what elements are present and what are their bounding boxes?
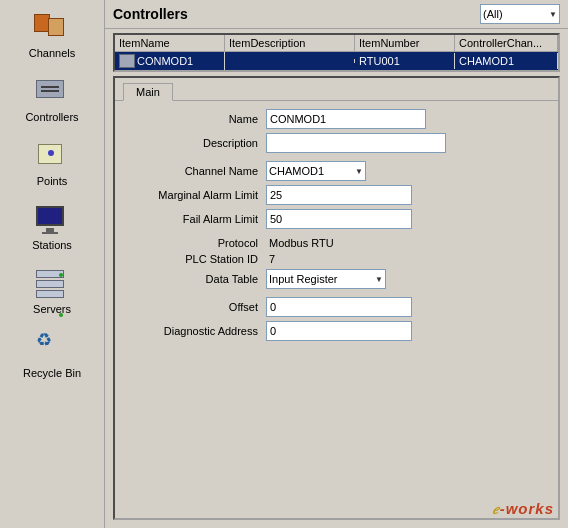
sidebar-item-recycle-bin[interactable]: ♻ Recycle Bin	[7, 324, 97, 386]
description-input[interactable]	[266, 133, 446, 153]
page-title: Controllers	[113, 6, 472, 22]
channel-name-label: Channel Name	[131, 165, 266, 177]
servers-icon	[32, 267, 72, 301]
col-header-number: ItemNumber	[355, 35, 455, 51]
table-row[interactable]: CONMOD1 RTU001 CHAMOD1	[115, 52, 558, 70]
sidebar-item-servers-label: Servers	[33, 303, 71, 315]
offset-label: Offset	[131, 301, 266, 313]
sidebar-item-channels-label: Channels	[29, 47, 75, 59]
sidebar-item-controllers-label: Controllers	[25, 111, 78, 123]
data-table-label: Data Table	[131, 273, 266, 285]
sidebar: Channels Controllers Points	[0, 0, 105, 528]
sidebar-item-stations-label: Stations	[32, 239, 72, 251]
sidebar-item-channels[interactable]: Channels	[7, 4, 97, 66]
recycle-bin-icon: ♻	[32, 331, 72, 365]
name-label: Name	[131, 113, 266, 125]
header: Controllers (All)	[105, 0, 568, 29]
fail-alarm-input[interactable]	[266, 209, 412, 229]
points-icon	[32, 139, 72, 173]
diagnostic-input[interactable]	[266, 321, 412, 341]
form-row-channel-name: Channel Name CHAMOD1	[131, 161, 542, 181]
row-channel-cell: CHAMOD1	[455, 53, 558, 69]
plc-station-label: PLC Station ID	[131, 253, 266, 265]
tab-main[interactable]: Main	[123, 83, 173, 101]
sidebar-item-stations[interactable]: Stations	[7, 196, 97, 258]
marginal-alarm-input[interactable]	[266, 185, 412, 205]
form-row-diagnostic: Diagnostic Address	[131, 321, 542, 341]
row-icon	[119, 54, 135, 68]
form-area: Name Description Channel Name CHAMOD1 Ma…	[115, 101, 558, 518]
form-row-offset: Offset	[131, 297, 542, 317]
row-name-value: CONMOD1	[137, 55, 193, 67]
form-row-protocol: Protocol Modbus RTU	[131, 237, 542, 249]
form-row-data-table: Data Table Input Register	[131, 269, 542, 289]
controllers-icon	[32, 75, 72, 109]
channel-name-select[interactable]: CHAMOD1	[266, 161, 366, 181]
table-header: ItemName ItemDescription ItemNumber Cont…	[115, 35, 558, 52]
form-row-name: Name	[131, 109, 542, 129]
col-header-channel: ControllerChan...	[455, 35, 558, 51]
row-name-cell: CONMOD1	[115, 52, 225, 70]
protocol-label: Protocol	[131, 237, 266, 249]
plc-station-value: 7	[266, 253, 278, 265]
protocol-value: Modbus RTU	[266, 237, 337, 249]
stations-icon	[32, 203, 72, 237]
channel-name-select-wrapper[interactable]: CHAMOD1	[266, 161, 366, 181]
row-number-cell: RTU001	[355, 53, 455, 69]
sidebar-item-recycle-bin-label: Recycle Bin	[23, 367, 81, 379]
form-row-fail-alarm: Fail Alarm Limit	[131, 209, 542, 229]
description-label: Description	[131, 137, 266, 149]
name-input[interactable]	[266, 109, 426, 129]
controllers-table: ItemName ItemDescription ItemNumber Cont…	[113, 33, 560, 72]
col-header-name: ItemName	[115, 35, 225, 51]
main-content: Controllers (All) ItemName ItemDescripti…	[105, 0, 568, 528]
form-row-plc-station: PLC Station ID 7	[131, 253, 542, 265]
sidebar-item-servers[interactable]: Servers	[7, 260, 97, 322]
sidebar-item-controllers[interactable]: Controllers	[7, 68, 97, 130]
channels-icon	[32, 11, 72, 45]
filter-area: (All)	[480, 4, 560, 24]
tab-bar: Main	[115, 78, 558, 101]
filter-select-wrapper[interactable]: (All)	[480, 4, 560, 24]
sidebar-item-points[interactable]: Points	[7, 132, 97, 194]
marginal-alarm-label: Marginal Alarm Limit	[131, 189, 266, 201]
data-table-select[interactable]: Input Register	[266, 269, 386, 289]
diagnostic-label: Diagnostic Address	[131, 325, 266, 337]
form-row-description: Description	[131, 133, 542, 153]
offset-input[interactable]	[266, 297, 412, 317]
filter-select[interactable]: (All)	[480, 4, 560, 24]
form-row-marginal-alarm: Marginal Alarm Limit	[131, 185, 542, 205]
data-table-select-wrapper[interactable]: Input Register	[266, 269, 386, 289]
sidebar-item-points-label: Points	[37, 175, 68, 187]
fail-alarm-label: Fail Alarm Limit	[131, 213, 266, 225]
detail-panel: Main Name Description Channel Name CHAMO…	[113, 76, 560, 520]
row-description-cell	[225, 59, 355, 63]
col-header-description: ItemDescription	[225, 35, 355, 51]
